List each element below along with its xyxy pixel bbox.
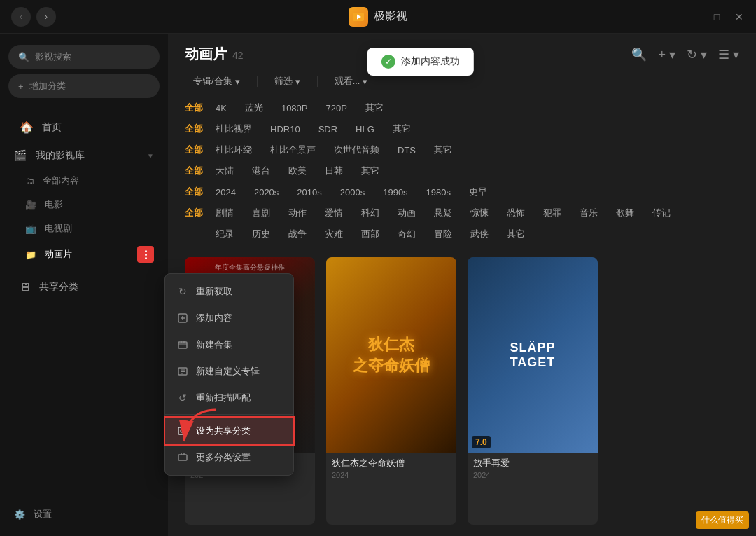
movies-icon: 🎥 [25,200,36,210]
new-custom-icon [176,365,189,378]
year-all-tag[interactable]: 全部 [185,186,204,198]
filter-hdr10[interactable]: HDR10 [263,122,307,137]
filter-japan-korea[interactable]: 日韩 [318,163,350,179]
movie-info-slapp: 放手再爱 2024 [468,453,598,483]
sidebar-settings[interactable]: ⚙️ 设置 [0,501,168,528]
filter-4k[interactable]: 4K [209,101,234,116]
resolution-filter-row: 全部 4K 蓝光 1080P 720P 其它 [185,97,739,118]
close-button[interactable]: ✕ [734,11,745,22]
filter-western[interactable]: 欧美 [281,163,314,179]
sidebar-item-library-label: 我的影视库 [36,149,85,162]
sidebar-divider [0,101,168,112]
filter-hlg[interactable]: HLG [349,122,382,137]
all-icon: 🗂 [25,176,34,186]
maximize-button[interactable]: □ [711,11,722,22]
add-header-button[interactable]: + ▾ [658,47,676,62]
filter-2020s[interactable]: 2020s [247,185,286,200]
sidebar-item-animation[interactable]: 📁 动画片 [0,240,168,268]
filter-dance[interactable]: 歌舞 [609,205,641,221]
filter-bluray[interactable]: 蓝光 [238,99,270,116]
filter-wuxia[interactable]: 武侠 [463,226,496,242]
sync-header-button[interactable]: ↻ ▾ [687,47,707,62]
view-header-button[interactable]: ☰ ▾ [718,47,739,62]
filter-disaster[interactable]: 灾难 [318,226,350,242]
filter-mystery[interactable]: 悬疑 [427,205,459,221]
filter-2010s[interactable]: 2010s [290,185,328,200]
filter-sdr[interactable]: SDR [312,122,344,137]
filter-other-hdr[interactable]: 其它 [386,121,418,137]
filter-dolby-vision[interactable]: 杜比视界 [209,121,259,137]
sidebar-item-home[interactable]: 🏠 首页 [6,114,162,141]
genre-all-tag[interactable]: 全部 [185,207,204,219]
add-category-button[interactable]: + 增加分类 [8,74,160,98]
menu-item-add-content[interactable]: 添加内容 [165,305,293,331]
filter-romance[interactable]: 爱情 [318,205,350,221]
audio-all-tag[interactable]: 全部 [185,144,204,156]
filter-action[interactable]: 动作 [281,205,314,221]
filter-crime[interactable]: 犯罪 [536,205,568,221]
filter-dolby-atmos[interactable]: 杜比全景声 [263,142,323,158]
resolution-all-tag[interactable]: 全部 [185,102,204,114]
filter-other-region[interactable]: 其它 [354,163,386,179]
filter-horror[interactable]: 恐怖 [500,205,532,221]
filter-next-gen[interactable]: 次世代音频 [327,142,386,158]
three-dots-button[interactable] [137,246,154,263]
menu-item-new-collection[interactable]: 新建合集 [165,331,293,358]
movie-rating-slapp: 7.0 [472,436,491,448]
filter-mainland[interactable]: 大陆 [209,163,241,179]
filter-biography[interactable]: 传记 [645,205,678,221]
filter-dolby-surround[interactable]: 杜比环绕 [209,142,259,158]
filter-adventure[interactable]: 冒险 [427,226,459,242]
back-button[interactable]: ‹ [11,7,31,27]
search-button[interactable]: 🔍 影视搜索 [8,45,160,69]
album-filter-button[interactable]: 专辑/合集 ▾ [185,72,248,90]
sidebar-item-all[interactable]: 🗂 全部内容 [0,169,168,193]
filter-button[interactable]: 筛选 ▾ [266,72,309,90]
movie-card-dijin[interactable]: 狄仁杰之夺命妖僧 狄仁杰之夺命妖僧 2024 [326,257,456,525]
minimize-button[interactable]: — [689,11,700,22]
filter-1980s[interactable]: 1980s [419,185,458,200]
filter-hktw[interactable]: 港台 [245,163,277,179]
filter-history[interactable]: 历史 [245,226,277,242]
filter-scifi[interactable]: 科幻 [354,205,386,221]
titlebar-nav: ‹ › [11,7,56,27]
menu-item-refresh[interactable]: ↻ 重新获取 [165,278,293,305]
home-icon: 🏠 [20,121,34,134]
filter-dts[interactable]: DTS [391,143,423,158]
filter-2024[interactable]: 2024 [209,185,243,200]
filter-older[interactable]: 更早 [462,184,494,200]
filter-other-res[interactable]: 其它 [358,99,391,116]
filter-1080p[interactable]: 1080P [274,101,315,116]
filter-other-genre[interactable]: 其它 [500,226,532,242]
sidebar-item-tv[interactable]: 📺 电视剧 [0,217,168,240]
filter-war[interactable]: 战争 [281,226,314,242]
filter-drama[interactable]: 剧情 [209,205,241,221]
filter-fantasy[interactable]: 奇幻 [391,226,423,242]
sidebar-item-library[interactable]: 🎬 我的影视库 ▼ [0,142,168,169]
region-all-tag[interactable]: 全部 [185,165,204,177]
toolbar-separator [257,76,258,87]
filter-thriller[interactable]: 惊悚 [463,205,496,221]
filter-1990s[interactable]: 1990s [376,185,414,200]
hdr-all-tag[interactable]: 全部 [185,123,204,135]
header-actions: 🔍 + ▾ ↻ ▾ ☰ ▾ [631,47,739,62]
forward-button[interactable]: › [36,7,56,27]
menu-item-rescan-label: 重新扫描匹配 [196,392,251,404]
sidebar-item-shared[interactable]: 🖥 共享分类 [6,274,162,301]
filter-music[interactable]: 音乐 [573,205,605,221]
filter-2000s[interactable]: 2000s [333,185,372,200]
filter-720p[interactable]: 720P [319,101,354,116]
movie-card-slapp[interactable]: SLÄPPTAGET 7.0 放手再爱 2024 [468,257,598,525]
sidebar-item-movies[interactable]: 🎥 电影 [0,193,168,217]
search-header-button[interactable]: 🔍 [631,47,647,62]
filter-comedy[interactable]: 喜剧 [245,205,277,221]
menu-item-new-custom[interactable]: 新建自定义专辑 [165,358,293,385]
filter-western-genre[interactable]: 西部 [354,226,386,242]
menu-item-refresh-label: 重新获取 [196,285,232,298]
movie-title-slapp: 放手再爱 [473,457,592,469]
filter-documentary[interactable]: 纪录 [209,226,241,242]
tv-icon: 📺 [25,224,36,234]
filter-other-audio[interactable]: 其它 [427,142,459,158]
view-filter-button[interactable]: 观看... ▾ [326,72,377,90]
filter-animation-genre[interactable]: 动画 [391,205,423,221]
